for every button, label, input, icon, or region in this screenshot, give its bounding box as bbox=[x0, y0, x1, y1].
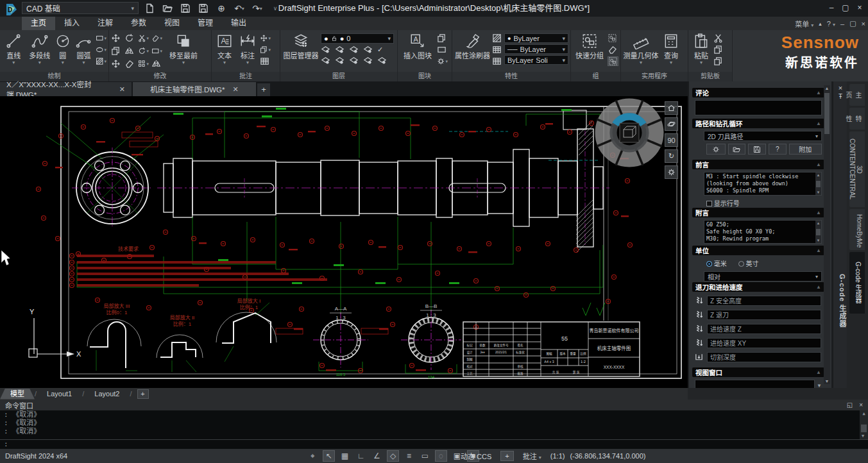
preamble-textarea[interactable]: M3 : Start spindle clockwise(looking fro… bbox=[704, 172, 822, 196]
palette-tab-3dcontentcentral[interactable]: 3D CONTENTCENTRAL bbox=[849, 131, 865, 207]
new-file-button[interactable] bbox=[144, 3, 155, 14]
dynamic-input-toggle-icon[interactable]: ◌ bbox=[435, 450, 447, 462]
path-help-button[interactable]: ? bbox=[769, 144, 787, 155]
postscript-textarea[interactable]: G0 Z50;Safe height G0 X0 Y0;M30; Rewind … bbox=[704, 220, 822, 244]
palette-tab-gcode[interactable]: G-code 生成器 bbox=[849, 252, 865, 314]
open-file-button[interactable] bbox=[162, 3, 173, 14]
model-tab[interactable]: 模型 bbox=[0, 389, 35, 400]
polar-toggle-icon[interactable]: ∠ bbox=[371, 450, 383, 462]
lineweight-toggle-icon[interactable]: ▭ bbox=[419, 450, 431, 462]
feed-rate-z-input[interactable] bbox=[707, 324, 821, 334]
block-attribute-button[interactable] bbox=[437, 45, 448, 55]
circle-tool-button[interactable]: 圆▾ bbox=[54, 31, 72, 70]
save-as-button[interactable] bbox=[180, 3, 191, 14]
palette-tab-homebyme[interactable]: HomeByMe bbox=[849, 209, 865, 250]
preamble-header[interactable]: 前言▲ bbox=[692, 160, 824, 169]
path-open-button[interactable] bbox=[728, 144, 746, 155]
feed-rate-xy-input[interactable] bbox=[707, 338, 821, 348]
viewport-header[interactable]: 视图窗口▲ bbox=[692, 367, 824, 377]
table-tool-button[interactable] bbox=[260, 56, 271, 66]
preamble-scrollbar[interactable]: ▲▼ bbox=[815, 173, 821, 195]
comments-header[interactable]: 评论▲ bbox=[692, 88, 824, 97]
quick-group-button[interactable]: 快速分组 bbox=[573, 31, 606, 70]
color-swatch-icon[interactable] bbox=[492, 33, 503, 43]
align-tool-button[interactable] bbox=[151, 59, 162, 69]
layer-show-button[interactable] bbox=[321, 56, 332, 65]
help-button[interactable]: ? ▾ bbox=[827, 20, 835, 28]
unit-mm-radio[interactable]: 毫米 bbox=[706, 258, 727, 268]
workspace-combo[interactable]: CAD 基础 ▾ bbox=[22, 2, 139, 14]
copy-tool-button[interactable] bbox=[111, 46, 122, 56]
array-tool-button[interactable]: ▾ bbox=[138, 59, 149, 69]
minimize-button[interactable]: – bbox=[824, 0, 838, 17]
bring-to-front-button[interactable]: 移至最前▾ bbox=[166, 31, 201, 70]
new-document-tab-button[interactable]: + bbox=[257, 83, 270, 96]
coordinate-mode-dropdown[interactable]: 相对▾ bbox=[704, 271, 822, 282]
ungroup-button[interactable] bbox=[608, 33, 618, 43]
annotation-scale-dropdown[interactable]: 批注 ▾ bbox=[519, 450, 545, 462]
rotate-90-button[interactable]: 90 bbox=[665, 133, 678, 147]
palette-tab-home[interactable]: 主页 bbox=[849, 84, 865, 106]
home-view-button[interactable] bbox=[665, 101, 678, 115]
etrack-toggle-icon[interactable]: ≡ bbox=[403, 450, 415, 462]
z-retract-input[interactable] bbox=[707, 310, 821, 320]
dynamic-ccs-button[interactable]: 动态 CCS bbox=[457, 450, 495, 462]
measure-geometry-button[interactable]: 测量几何体▾ bbox=[623, 31, 659, 70]
unit-inch-radio[interactable]: 英寸 bbox=[738, 258, 759, 268]
group-select-toggle[interactable] bbox=[608, 56, 618, 66]
select-toggle-icon[interactable]: ↖ bbox=[323, 450, 335, 462]
cut-depth-input[interactable] bbox=[707, 352, 821, 362]
layer-thaw-button[interactable] bbox=[349, 56, 360, 65]
orbit-view-button[interactable] bbox=[665, 117, 678, 131]
tab-manage[interactable]: 管理 bbox=[189, 17, 222, 30]
layer-unisolate-button[interactable] bbox=[335, 56, 346, 65]
rotate-view-button[interactable]: ↻ bbox=[665, 149, 678, 163]
tab-parametric[interactable]: 参数 bbox=[122, 17, 155, 30]
lineweight-icon[interactable] bbox=[492, 45, 503, 55]
path-settings-button[interactable] bbox=[706, 144, 726, 155]
close-tab-icon[interactable]: ✕ bbox=[233, 85, 239, 94]
layer-match-button[interactable] bbox=[377, 56, 388, 65]
attach-button[interactable]: 附加 bbox=[789, 144, 822, 155]
arc-tool-button[interactable]: 圆弧▾ bbox=[73, 31, 94, 70]
polyline-tool-button[interactable]: 多段线▾ bbox=[27, 31, 53, 70]
close-button[interactable]: × bbox=[853, 0, 867, 17]
postscript-header[interactable]: 附言▲ bbox=[692, 208, 824, 217]
linetype-combo[interactable]: ByLayerSoli▾ bbox=[504, 55, 568, 65]
customize-toolbar-button[interactable]: ∨ bbox=[269, 3, 281, 14]
rectangle-tool-button[interactable]: ▾ bbox=[96, 33, 106, 43]
command-history[interactable]: : 《取消》 : 《取消》 : 《取消》 : ▲▼ bbox=[0, 410, 868, 449]
define-block-button[interactable] bbox=[437, 33, 448, 43]
layer-unlock-button[interactable] bbox=[363, 56, 374, 65]
save-button[interactable] bbox=[198, 3, 209, 14]
panel-scrollbar[interactable]: ▲▼ bbox=[824, 85, 830, 384]
layout1-tab[interactable]: Layout1 bbox=[37, 389, 82, 400]
layer-isolate-button[interactable] bbox=[335, 45, 346, 55]
paste-special-button[interactable] bbox=[713, 56, 724, 66]
restore-button[interactable]: ▢ bbox=[838, 0, 853, 17]
ellipse-tool-button[interactable]: ▾ bbox=[96, 45, 106, 55]
explode-tool-button[interactable] bbox=[124, 59, 135, 69]
stretch-tool-button[interactable] bbox=[111, 33, 122, 43]
add-scale-button[interactable]: + bbox=[500, 451, 513, 461]
tab-annotate[interactable]: 注解 bbox=[89, 17, 122, 30]
command-float-icon[interactable]: ◱ bbox=[847, 401, 853, 408]
comments-input[interactable] bbox=[695, 100, 822, 115]
move-tool-button[interactable] bbox=[111, 59, 122, 69]
layer-combo[interactable]: ●● 0 ▾ bbox=[321, 33, 394, 44]
toolpath-dropdown[interactable]: 2D 刀具路径▾ bbox=[704, 131, 822, 141]
paste-button[interactable]: 粘贴▾ bbox=[690, 31, 712, 70]
command-input[interactable]: : bbox=[0, 439, 868, 449]
menu-dropdown[interactable]: 菜单 ▾ bbox=[795, 19, 813, 29]
layer-manager-button[interactable]: 图层管理器 bbox=[282, 31, 319, 70]
leader-tool-button[interactable]: ▾ bbox=[260, 33, 271, 43]
palette-tab-properties[interactable]: 特性 bbox=[849, 108, 865, 130]
drawing-canvas[interactable]: 技术要求 局部放大 III 比例0：1 局部放大 II 比例：1 bbox=[0, 96, 688, 388]
lineweight-combo[interactable]: ──ByLayer▾ bbox=[504, 44, 568, 54]
publish-button[interactable]: ⊕ bbox=[216, 3, 227, 14]
path-save-button[interactable] bbox=[748, 144, 766, 155]
color-combo[interactable]: ●ByLayer▾ bbox=[504, 33, 568, 43]
doc-minimize-button[interactable]: – bbox=[840, 20, 844, 28]
grid-toggle-icon[interactable]: ▦ bbox=[339, 450, 351, 462]
dimension-tool-button[interactable]: 标注▾ bbox=[237, 31, 259, 70]
